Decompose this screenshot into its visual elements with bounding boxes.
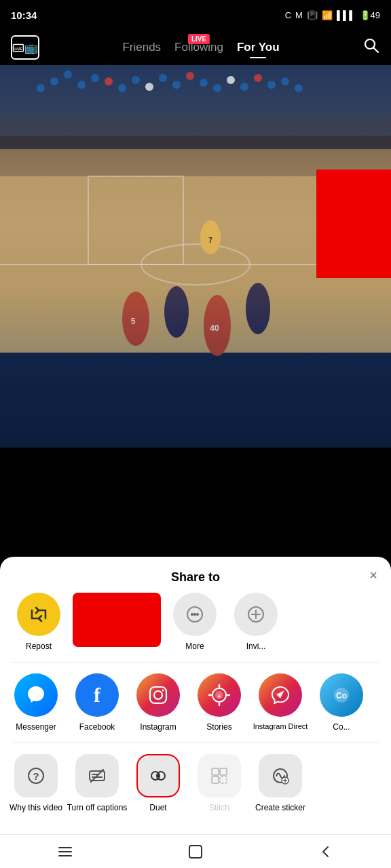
more-icon: [173, 593, 217, 636]
svg-point-34: [240, 83, 248, 91]
why-video-item[interactable]: ? Why this video: [5, 754, 67, 814]
more-label: More: [185, 642, 204, 651]
svg-point-14: [164, 286, 189, 338]
more-item[interactable]: More: [164, 593, 225, 651]
repost-item[interactable]: Repost: [8, 593, 69, 651]
share-sheet: Share to × Repost: [0, 557, 391, 834]
svg-point-35: [254, 74, 262, 82]
svg-rect-12: [0, 353, 391, 448]
ig-direct-icon: [259, 673, 302, 717]
svg-text:40: 40: [210, 323, 219, 333]
top-navigation: LIVE Friends LIVE Following For You: [0, 30, 391, 65]
svg-point-20: [64, 71, 72, 79]
svg-point-23: [37, 84, 45, 92]
svg-point-36: [267, 81, 276, 89]
invite-item[interactable]: Invi...: [225, 593, 286, 651]
stories-label: Stories: [206, 722, 231, 732]
nav-tabs: Friends LIVE Following For You: [39, 41, 362, 54]
messenger-item[interactable]: Messenger: [5, 673, 67, 732]
svg-line-3: [374, 48, 379, 53]
share-action-row: ? Why this video Turn off captions: [0, 754, 391, 821]
share-header: Share to ×: [0, 557, 391, 593]
back-button[interactable]: [314, 840, 338, 864]
email-icon: M: [295, 10, 303, 20]
status-icons: C M 📳 📶 ▌▌▌ 🔋49: [285, 10, 380, 20]
stories-item[interactable]: + Stories: [189, 673, 250, 732]
svg-text:Co: Co: [336, 691, 347, 701]
divider-1: [11, 662, 380, 663]
messenger-icon: [14, 673, 58, 717]
why-video-label: Why this video: [10, 803, 62, 814]
instagram-item[interactable]: Instagram: [128, 673, 189, 732]
search-button[interactable]: [362, 37, 380, 58]
svg-rect-80: [189, 846, 202, 858]
messenger-label: Messenger: [16, 722, 56, 732]
menu-button[interactable]: [53, 840, 77, 864]
battery-icon: 🔋49: [360, 10, 380, 20]
svg-rect-71: [212, 776, 219, 783]
invite-label: Invi...: [246, 642, 266, 651]
stitch-label: Stitch: [209, 803, 229, 814]
home-button[interactable]: [183, 840, 208, 864]
svg-point-33: [227, 76, 235, 84]
live-badge: LIVE: [188, 34, 210, 44]
svg-point-68: [157, 774, 160, 778]
captions-label: Turn off captions: [67, 803, 128, 814]
stories-icon: +: [198, 673, 241, 717]
svg-point-26: [132, 76, 140, 84]
duet-label: Duet: [149, 803, 166, 814]
svg-point-38: [295, 84, 303, 92]
svg-rect-72: [220, 776, 227, 783]
svg-point-42: [191, 613, 193, 616]
svg-point-49: [154, 691, 162, 699]
svg-text:7: 7: [208, 237, 212, 244]
svg-point-24: [105, 77, 113, 85]
svg-point-30: [186, 72, 194, 80]
svg-point-28: [159, 74, 167, 82]
create-sticker-icon: [259, 754, 302, 797]
notification-icon: C: [285, 10, 291, 20]
share-row-actions: Repost More: [0, 593, 391, 662]
svg-point-44: [196, 613, 199, 616]
video-preview-item[interactable]: [69, 593, 164, 647]
captions-item[interactable]: Turn off captions: [67, 754, 128, 814]
close-button[interactable]: ×: [369, 567, 377, 583]
video-player[interactable]: 5 40 7: [0, 0, 391, 448]
svg-text:?: ?: [33, 770, 39, 782]
ig-direct-item[interactable]: Instagram Direct: [250, 673, 311, 730]
tab-following[interactable]: LIVE Following: [174, 41, 223, 54]
repost-icon: [17, 593, 60, 636]
signal-icon: ▌▌▌: [337, 10, 356, 20]
svg-point-13: [122, 292, 149, 346]
live-tv-icon[interactable]: LIVE: [11, 35, 39, 60]
svg-point-50: [162, 690, 164, 692]
svg-point-21: [77, 81, 86, 89]
svg-rect-48: [150, 687, 166, 703]
divider-2: [11, 743, 380, 743]
red-overlay: [316, 170, 391, 278]
vibrate-icon: 📳: [307, 10, 318, 20]
instagram-label: Instagram: [140, 722, 176, 732]
tab-for-you[interactable]: For You: [237, 41, 280, 54]
create-sticker-item[interactable]: Create sticker: [250, 754, 311, 814]
svg-point-27: [145, 83, 153, 91]
duet-icon: [136, 754, 180, 797]
facebook-item[interactable]: f Facebook: [67, 673, 128, 732]
svg-point-16: [246, 283, 270, 334]
duet-item[interactable]: Duet: [128, 754, 189, 814]
stitch-icon: [198, 754, 241, 797]
wifi-icon: 📶: [322, 10, 333, 20]
svg-point-37: [281, 77, 289, 85]
svg-text:+: +: [217, 693, 221, 700]
tab-friends[interactable]: Friends: [122, 41, 161, 54]
svg-point-43: [193, 613, 196, 616]
co-item[interactable]: Co Co...: [311, 673, 372, 732]
svg-text:5: 5: [131, 317, 136, 326]
stitch-item[interactable]: Stitch: [189, 754, 250, 814]
co-label: Co...: [333, 722, 350, 732]
svg-point-22: [91, 74, 99, 82]
bottom-navigation: [0, 834, 391, 868]
co-icon: Co: [320, 673, 363, 717]
create-sticker-label: Create sticker: [255, 803, 305, 814]
svg-rect-69: [212, 768, 219, 775]
